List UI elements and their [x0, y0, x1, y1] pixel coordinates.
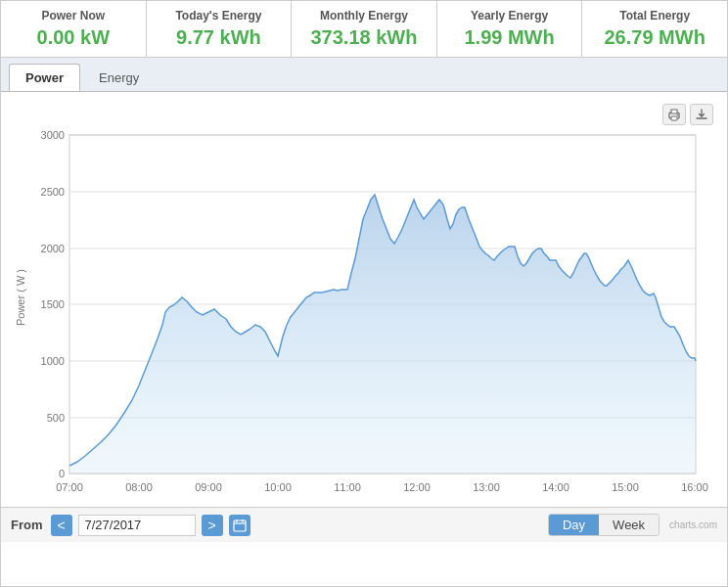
prev-date-button[interactable]: <: [51, 515, 72, 536]
stat-today-energy: Today's Energy 9.77 kWh: [147, 1, 293, 57]
tabs-bar: Power Energy: [1, 58, 727, 92]
day-button[interactable]: Day: [549, 515, 599, 535]
svg-rect-30: [234, 520, 246, 531]
bottom-bar: From < > Day Week charts.com: [1, 507, 727, 542]
stat-yearly-label: Yearly Energy: [441, 9, 578, 23]
stat-monthly-value: 373.18 kWh: [296, 26, 432, 49]
svg-text:16:00: 16:00: [681, 481, 708, 493]
svg-text:14:00: 14:00: [542, 481, 569, 493]
week-button[interactable]: Week: [599, 515, 659, 535]
stats-bar: Power Now 0.00 kW Today's Energy 9.77 kW…: [1, 1, 727, 58]
svg-point-3: [677, 114, 679, 116]
svg-text:15:00: 15:00: [612, 481, 639, 493]
svg-text:2500: 2500: [41, 186, 65, 198]
chart-svg-wrapper: 3000 2500 2000 1500 1000 500 0 Power ( W…: [11, 102, 717, 497]
stat-monthly-label: Monthly Energy: [296, 9, 432, 23]
tab-power[interactable]: Power: [9, 64, 80, 91]
chart-svg: 3000 2500 2000 1500 1000 500 0 Power ( W…: [11, 102, 717, 493]
svg-text:500: 500: [47, 412, 65, 424]
stat-power-now: Power Now 0.00 kW: [1, 1, 147, 57]
svg-text:Power ( W ): Power ( W ): [15, 269, 26, 326]
watermark: charts.com: [669, 519, 717, 530]
stat-yearly-value: 1.99 MWh: [441, 26, 578, 49]
svg-text:11:00: 11:00: [334, 481, 361, 493]
stat-power-now-label: Power Now: [5, 9, 142, 23]
stat-monthly-energy: Monthly Energy 373.18 kWh: [292, 1, 437, 57]
svg-text:2000: 2000: [41, 243, 65, 254]
calendar-button[interactable]: [229, 515, 250, 536]
date-input[interactable]: [78, 515, 196, 536]
stat-today-value: 9.77 kWh: [151, 26, 288, 49]
chart-container: 3000 2500 2000 1500 1000 500 0 Power ( W…: [1, 92, 727, 507]
stat-total-label: Total Energy: [586, 9, 723, 23]
stat-total-energy: Total Energy 26.79 MWh: [582, 1, 727, 57]
svg-rect-1: [671, 116, 677, 120]
svg-text:3000: 3000: [41, 129, 65, 141]
svg-text:0: 0: [59, 468, 65, 479]
svg-text:12:00: 12:00: [403, 481, 431, 493]
svg-text:10:00: 10:00: [264, 481, 292, 493]
stat-total-value: 26.79 MWh: [586, 26, 723, 49]
svg-text:07:00: 07:00: [56, 481, 83, 493]
next-date-button[interactable]: >: [202, 515, 223, 536]
chart-toolbar: [662, 104, 713, 125]
svg-text:09:00: 09:00: [195, 481, 222, 493]
stat-yearly-energy: Yearly Energy 1.99 MWh: [437, 1, 583, 57]
svg-text:08:00: 08:00: [125, 481, 153, 493]
stat-today-label: Today's Energy: [151, 9, 288, 23]
svg-text:1000: 1000: [41, 355, 65, 367]
print-button[interactable]: [662, 104, 686, 125]
svg-text:13:00: 13:00: [473, 481, 500, 493]
from-label: From: [11, 518, 43, 532]
svg-text:1500: 1500: [41, 298, 65, 310]
period-group: Day Week: [548, 514, 660, 536]
stat-power-now-value: 0.00 kW: [5, 26, 142, 49]
svg-rect-2: [671, 110, 677, 113]
download-button[interactable]: [690, 104, 713, 125]
tab-energy[interactable]: Energy: [82, 64, 156, 91]
